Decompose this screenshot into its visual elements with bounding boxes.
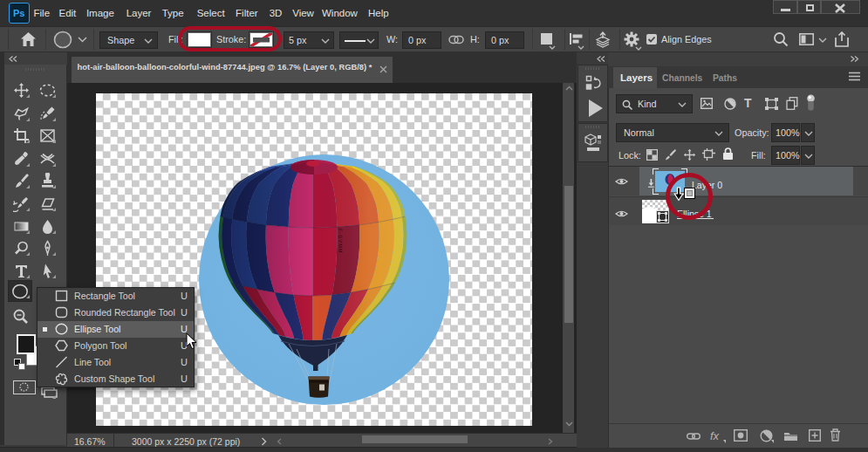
svg-text:F-GVMM: F-GVMM [338,229,343,253]
